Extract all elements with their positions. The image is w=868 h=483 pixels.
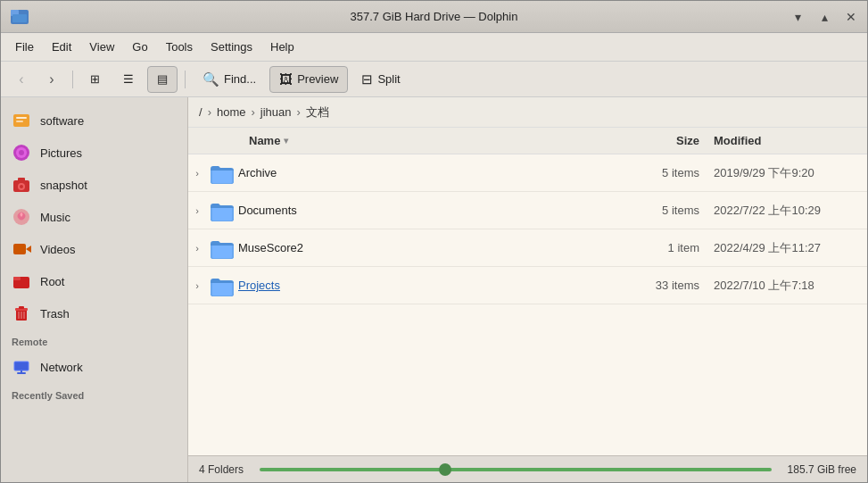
zoom-slider-thumb[interactable] <box>439 463 451 476</box>
list-icon: ☰ <box>123 72 134 86</box>
find-icon: 🔍 <box>203 71 219 87</box>
sidebar-item-music[interactable]: Music <box>1 201 187 233</box>
view-detail-button[interactable]: ▤ <box>147 66 178 93</box>
music-icon <box>12 207 31 227</box>
toolbar-separator-1 <box>72 71 73 88</box>
trash-icon <box>12 304 31 323</box>
detail-icon: ▤ <box>157 72 168 86</box>
file-name: Projects <box>238 279 599 292</box>
svg-rect-17 <box>13 277 21 280</box>
folder-icon <box>206 267 238 304</box>
file-size: 5 items <box>599 204 707 217</box>
expand-icon[interactable]: › <box>188 229 206 267</box>
back-button[interactable]: ‹ <box>8 66 35 93</box>
file-row[interactable]: › Documents 5 items 2022/7/22 上午10:29 <box>188 192 867 229</box>
sort-icon: ▾ <box>284 136 288 146</box>
sidebar-item-snapshot[interactable]: snapshot <box>1 169 187 201</box>
find-button[interactable]: 🔍 Find... <box>193 66 266 93</box>
split-label: Split <box>377 72 400 86</box>
column-header-name[interactable]: Name ▾ <box>238 134 599 147</box>
breadcrumb-documents[interactable]: 文档 <box>306 104 329 121</box>
expand-icon[interactable]: › <box>188 267 206 304</box>
file-row[interactable]: › Projects 33 items 2022/7/10 上午7:18 <box>188 267 867 304</box>
view-list-button[interactable]: ☰ <box>113 66 144 93</box>
titlebar-controls: ▾ ▴ ✕ <box>785 1 867 33</box>
close-button[interactable]: ✕ <box>839 4 864 29</box>
statusbar-info: 4 Folders <box>199 463 244 476</box>
svg-point-12 <box>20 185 23 188</box>
menu-help[interactable]: Help <box>263 37 302 57</box>
menu-settings[interactable]: Settings <box>203 37 260 57</box>
sidebar-label-snapshot: snapshot <box>40 179 87 192</box>
forward-button[interactable]: › <box>38 66 65 93</box>
app-logo <box>10 7 29 27</box>
breadcrumb-root[interactable]: / <box>199 105 203 119</box>
recently-saved-section-label: Recently Saved <box>1 383 187 404</box>
menu-go[interactable]: Go <box>125 37 154 57</box>
menu-edit[interactable]: Edit <box>45 37 79 57</box>
file-row[interactable]: › Archive 5 items 2019/9/29 下午9:20 <box>188 154 867 192</box>
file-modified: 2022/4/29 上午11:27 <box>707 240 867 256</box>
file-name: MuseScore2 <box>238 241 599 254</box>
software-icon <box>12 111 31 130</box>
sidebar-item-root[interactable]: Root <box>1 265 187 297</box>
sidebar-label-trash: Trash <box>40 307 70 321</box>
breadcrumb-sep-3: › <box>297 105 301 119</box>
sidebar-label-root: Root <box>40 275 64 288</box>
file-modified: 2019/9/29 下午9:20 <box>707 165 867 181</box>
preview-label: Preview <box>297 72 338 86</box>
preview-button[interactable]: 🖼 Preview <box>269 66 348 93</box>
menu-tools[interactable]: Tools <box>159 37 200 57</box>
breadcrumb-home[interactable]: home <box>217 105 246 119</box>
sidebar-item-pictures[interactable]: Pictures <box>1 137 187 169</box>
breadcrumb-user[interactable]: jihuan <box>260 105 292 119</box>
toolbar: ‹ › ⊞ ☰ ▤ 🔍 Find... 🖼 Preview ⊟ Split <box>1 62 867 97</box>
file-name: Documents <box>238 204 599 217</box>
main-panel: / › home › jihuan › 文档 Name ▾ Size <box>188 97 867 482</box>
menu-file[interactable]: File <box>8 37 41 57</box>
file-row[interactable]: › MuseScore2 1 item 2022/4/29 上午11:27 <box>188 229 867 267</box>
expand-icon[interactable]: › <box>188 154 206 192</box>
sidebar-item-videos[interactable]: Videos <box>1 233 187 265</box>
remote-section-label: Remote <box>1 329 187 351</box>
file-list-header: Name ▾ Size Modified <box>188 128 867 154</box>
breadcrumb-sep-1: › <box>208 105 211 119</box>
breadcrumb-sep-2: › <box>252 105 255 119</box>
svg-rect-10 <box>18 178 25 181</box>
main-window: 357.7 GiB Hard Drive — Dolphin ▾ ▴ ✕ Fil… <box>0 0 868 483</box>
minimize-button[interactable]: ▾ <box>785 4 810 29</box>
file-modified: 2022/7/22 上午10:29 <box>707 203 867 219</box>
menubar: File Edit View Go Tools Settings Help <box>1 33 867 62</box>
find-label: Find... <box>224 72 256 86</box>
column-header-size[interactable]: Size <box>599 134 707 147</box>
zoom-slider-container <box>251 468 781 471</box>
column-header-modified[interactable]: Modified <box>707 134 867 147</box>
file-name: Archive <box>238 166 599 179</box>
folder-icon <box>206 229 238 267</box>
file-size: 1 item <box>599 241 707 254</box>
sidebar-label-network: Network <box>40 361 83 374</box>
svg-rect-24 <box>14 362 29 371</box>
split-button[interactable]: ⊟ Split <box>351 66 409 93</box>
breadcrumb: / › home › jihuan › 文档 <box>188 97 867 128</box>
projects-link[interactable]: Projects <box>238 279 280 292</box>
sidebar-label-software: software <box>40 114 84 128</box>
sidebar-label-videos: Videos <box>40 243 76 256</box>
svg-rect-27 <box>17 372 26 374</box>
maximize-button[interactable]: ▴ <box>812 4 837 29</box>
file-size: 5 items <box>599 166 707 179</box>
svg-rect-4 <box>16 117 27 119</box>
network-icon <box>12 357 31 377</box>
file-list-container: Name ▾ Size Modified › <box>188 128 867 455</box>
expand-icon[interactable]: › <box>188 192 206 229</box>
sidebar-label-music: Music <box>40 211 70 224</box>
window-title: 357.7 GiB Hard Drive — Dolphin <box>351 10 518 23</box>
sidebar-item-software[interactable]: software <box>1 104 187 137</box>
file-size: 33 items <box>599 279 707 292</box>
titlebar: 357.7 GiB Hard Drive — Dolphin ▾ ▴ ✕ <box>1 1 867 33</box>
svg-rect-2 <box>12 14 27 22</box>
view-grid-button[interactable]: ⊞ <box>80 66 110 93</box>
menu-view[interactable]: View <box>82 37 121 57</box>
sidebar-item-trash[interactable]: Trash <box>1 297 187 329</box>
sidebar-item-network[interactable]: Network <box>1 351 187 383</box>
